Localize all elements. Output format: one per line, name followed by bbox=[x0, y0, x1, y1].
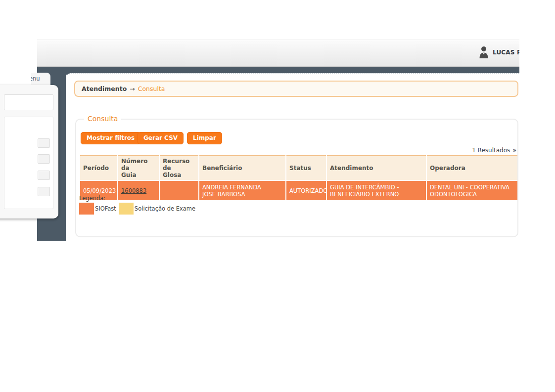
column-header-periodo: Período bbox=[80, 155, 117, 180]
sidebar-button[interactable] bbox=[38, 138, 50, 148]
legend: Legenda: SIOFast Solicitação de Exame bbox=[79, 195, 195, 215]
column-header-numero-guia: Número da Guia bbox=[118, 155, 159, 180]
legend-swatch-siofast bbox=[79, 203, 94, 215]
breadcrumb: Atendimento → Consulta bbox=[74, 81, 518, 97]
breadcrumb-section: Atendimento bbox=[82, 85, 127, 92]
sidebar-button[interactable] bbox=[38, 171, 50, 180]
cell-beneficiario: ANDREIA FERNANDA JOSE BARBOSA bbox=[199, 181, 285, 200]
limpar-button[interactable]: Limpar bbox=[187, 132, 222, 144]
column-header-recurso-glosa: Recurso de Glosa bbox=[160, 155, 198, 180]
legend-label-siofast: SIOFast bbox=[95, 205, 116, 212]
results-next-icon[interactable]: » bbox=[512, 147, 516, 154]
sidebar-button[interactable] bbox=[38, 154, 50, 164]
user-name: LUCAS R bbox=[493, 49, 519, 56]
mostrar-filtros-button[interactable]: Mostrar filtros bbox=[81, 132, 140, 144]
menu-tab[interactable]: Menu bbox=[31, 73, 50, 86]
sidebar-panel bbox=[0, 85, 58, 218]
legend-label-solicitacao-exame: Solicitação de Exame bbox=[135, 205, 195, 212]
column-header-beneficiario: Beneficiário bbox=[199, 155, 285, 180]
legend-swatch-solicitacao-exame bbox=[119, 203, 134, 215]
cell-operadora: DENTAL UNI - COOPERATIVA ODONTOLOGICA bbox=[427, 181, 517, 200]
column-header-status: Status bbox=[286, 155, 326, 180]
breadcrumb-arrow-icon: → bbox=[130, 85, 135, 92]
fieldset-legend: Consulta bbox=[84, 115, 121, 123]
column-header-operadora: Operadora bbox=[427, 155, 517, 180]
results-count: 1 Resultados» bbox=[472, 147, 516, 154]
table-header-row: Período Número da Guia Recurso de Glosa … bbox=[80, 155, 517, 180]
user-menu[interactable]: LUCAS R bbox=[479, 46, 519, 59]
sidebar-section bbox=[4, 117, 53, 209]
cell-atendimento: GUIA DE INTERCÂMBIO - BENEFICIÁRIO EXTER… bbox=[327, 181, 426, 200]
column-header-atendimento: Atendimento bbox=[327, 155, 426, 180]
results-table: Período Número da Guia Recurso de Glosa … bbox=[79, 154, 518, 201]
cell-status: AUTORIZADO bbox=[286, 181, 326, 200]
consulta-fieldset: Consulta Mostrar filtros Gerar CSV Limpa… bbox=[75, 119, 518, 237]
legend-title: Legenda: bbox=[79, 195, 195, 202]
menu-tab-label: Menu bbox=[31, 73, 40, 85]
user-icon bbox=[479, 46, 489, 59]
results-count-label: 1 Resultados bbox=[472, 147, 510, 154]
gerar-csv-button[interactable]: Gerar CSV bbox=[138, 132, 184, 144]
top-toolbar: LUCAS R bbox=[37, 40, 519, 67]
page: LUCAS R Menu Atendimento → Consulta Cons… bbox=[0, 0, 555, 392]
breadcrumb-current-page: Consulta bbox=[138, 85, 165, 92]
guia-number-link[interactable]: 1600883 bbox=[121, 187, 146, 194]
sidebar-button[interactable] bbox=[38, 187, 50, 196]
sidebar-field[interactable] bbox=[4, 94, 53, 110]
